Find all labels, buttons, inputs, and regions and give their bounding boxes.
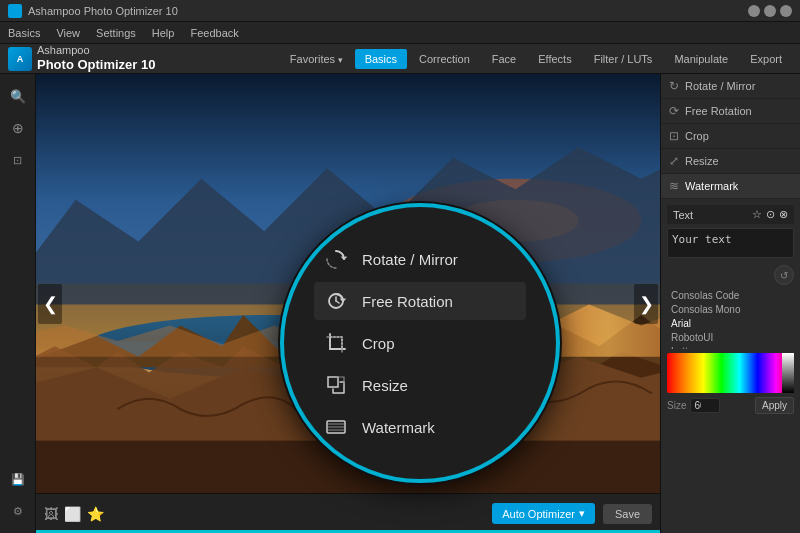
trash-icon[interactable]: ⊗ bbox=[779, 208, 788, 221]
tab-favorites[interactable]: Favorites bbox=[280, 49, 353, 69]
menu-settings[interactable]: Settings bbox=[96, 27, 136, 39]
zoom-menu: Rotate / Mirror Free Rotation bbox=[284, 207, 556, 479]
zoom-item-resize[interactable]: Resize bbox=[314, 366, 526, 404]
panel-crop-label: Crop bbox=[685, 130, 709, 142]
app-name-line1: Ashampoo bbox=[37, 44, 155, 57]
app-name: Ashampoo Photo Optimizer 10 bbox=[37, 44, 155, 73]
zoom-item-watermark[interactable]: Watermark bbox=[314, 408, 526, 446]
panel-rotate-icon: ↻ bbox=[669, 79, 679, 93]
canvas-area: Your text ❮ ❯ 🖼 ⬜ ⭐ Auto Optimizer ▾ Sav… bbox=[36, 74, 660, 533]
bottom-icon-image[interactable]: 🖼 bbox=[44, 506, 58, 522]
color-swatch[interactable] bbox=[667, 353, 794, 393]
save-button[interactable]: Save bbox=[603, 504, 652, 524]
size-row: Size Apply bbox=[667, 397, 794, 414]
apply-button[interactable]: Apply bbox=[755, 397, 794, 414]
panel-crop-icon: ⊡ bbox=[669, 129, 679, 143]
panel-watermark[interactable]: ≋ Watermark bbox=[661, 174, 800, 199]
zoom-circle-overlay: Rotate / Mirror Free Rotation bbox=[280, 203, 560, 483]
bottom-icon-copy[interactable]: ⬜ bbox=[64, 506, 81, 522]
app-logo bbox=[8, 4, 22, 18]
tool-save-small[interactable]: 💾 bbox=[4, 465, 32, 493]
copy-icon[interactable]: ⊙ bbox=[766, 208, 775, 221]
app-icon: A bbox=[8, 47, 32, 71]
auto-optimize-arrow: ▾ bbox=[579, 507, 585, 520]
tool-pointer[interactable]: ⊕ bbox=[4, 114, 32, 142]
bottom-icons: 🖼 ⬜ ⭐ bbox=[44, 506, 104, 522]
text-tool-header: Text ☆ ⊙ ⊗ bbox=[667, 205, 794, 224]
close-button[interactable] bbox=[780, 5, 792, 17]
text-tool-section: Text ☆ ⊙ ⊗ Your text ↺ Consolas Code Con… bbox=[661, 199, 800, 533]
font-list: Consolas Code Consolas Mono Arial Roboto… bbox=[667, 289, 794, 349]
title-bar: Ashampoo Photo Optimizer 10 bbox=[0, 0, 800, 22]
size-label: Size bbox=[667, 400, 686, 411]
top-nav: A Ashampoo Photo Optimizer 10 Favorites … bbox=[0, 44, 800, 74]
minimize-button[interactable] bbox=[748, 5, 760, 17]
zoom-item-free-rotation[interactable]: Free Rotation bbox=[314, 282, 526, 320]
free-rotation-label: Free Rotation bbox=[362, 293, 453, 310]
panel-watermark-label: Watermark bbox=[685, 180, 738, 192]
menu-view[interactable]: View bbox=[56, 27, 80, 39]
app-name-line2: Photo Optimizer 10 bbox=[37, 57, 155, 72]
rotate-text-button[interactable]: ↺ bbox=[774, 265, 794, 285]
maximize-button[interactable] bbox=[764, 5, 776, 17]
font-option-consolas-code[interactable]: Consolas Code bbox=[667, 289, 794, 302]
text-tool-icons: ☆ ⊙ ⊗ bbox=[752, 208, 788, 221]
svg-line-17 bbox=[336, 301, 339, 303]
menu-bar: Basics View Settings Help Feedback bbox=[0, 22, 800, 44]
zoom-item-rotate-mirror[interactable]: Rotate / Mirror bbox=[314, 240, 526, 278]
tool-settings-small[interactable]: ⚙ bbox=[4, 497, 32, 525]
app-logo-area: A Ashampoo Photo Optimizer 10 bbox=[8, 44, 155, 73]
font-option-letter[interactable]: Letter bbox=[667, 345, 794, 349]
tool-zoom-in[interactable]: 🔍 bbox=[4, 82, 32, 110]
rotate-mirror-icon bbox=[324, 248, 348, 270]
svg-rect-18 bbox=[330, 337, 342, 349]
panel-resize[interactable]: ⤢ Resize bbox=[661, 149, 800, 174]
svg-rect-19 bbox=[328, 377, 338, 387]
text-input[interactable]: Your text bbox=[667, 228, 794, 258]
watermark-icon bbox=[324, 416, 348, 438]
tab-effects[interactable]: Effects bbox=[528, 49, 581, 69]
auto-optimize-label: Auto Optimizer bbox=[502, 508, 575, 520]
tool-crop[interactable]: ⊡ bbox=[4, 146, 32, 174]
tab-face[interactable]: Face bbox=[482, 49, 526, 69]
text-tool-title: Text bbox=[673, 209, 693, 221]
resize-label: Resize bbox=[362, 377, 408, 394]
resize-icon bbox=[324, 374, 348, 396]
left-toolbar: 🔍 ⊕ ⊡ 💾 ⚙ bbox=[0, 74, 36, 533]
main-content: 🔍 ⊕ ⊡ 💾 ⚙ bbox=[0, 74, 800, 533]
watermark-label: Watermark bbox=[362, 419, 435, 436]
nav-arrow-right[interactable]: ❯ bbox=[634, 284, 658, 324]
panel-free-rotation[interactable]: ⟳ Free Rotation bbox=[661, 99, 800, 124]
crop-label: Crop bbox=[362, 335, 395, 352]
panel-crop[interactable]: ⊡ Crop bbox=[661, 124, 800, 149]
panel-rotate-mirror[interactable]: ↻ Rotate / Mirror bbox=[661, 74, 800, 99]
font-option-robotoui[interactable]: RobotoUI bbox=[667, 331, 794, 344]
star-icon[interactable]: ☆ bbox=[752, 208, 762, 221]
bottom-bar: 🖼 ⬜ ⭐ Auto Optimizer ▾ Save bbox=[36, 493, 660, 533]
right-panel: ↻ Rotate / Mirror ⟳ Free Rotation ⊡ Crop… bbox=[660, 74, 800, 533]
bottom-icon-star[interactable]: ⭐ bbox=[87, 506, 104, 522]
menu-help[interactable]: Help bbox=[152, 27, 175, 39]
menu-basics[interactable]: Basics bbox=[8, 27, 40, 39]
crop-icon bbox=[324, 332, 348, 354]
menu-feedback[interactable]: Feedback bbox=[190, 27, 238, 39]
panel-resize-icon: ⤢ bbox=[669, 154, 679, 168]
zoom-item-crop[interactable]: Crop bbox=[314, 324, 526, 362]
tab-basics[interactable]: Basics bbox=[355, 49, 407, 69]
panel-resize-label: Resize bbox=[685, 155, 719, 167]
size-input[interactable] bbox=[690, 398, 720, 413]
auto-optimize-button[interactable]: Auto Optimizer ▾ bbox=[492, 503, 595, 524]
tab-correction[interactable]: Correction bbox=[409, 49, 480, 69]
tab-manipulate[interactable]: Manipulate bbox=[664, 49, 738, 69]
font-option-arial[interactable]: Arial bbox=[667, 317, 794, 330]
panel-rotate-label: Rotate / Mirror bbox=[685, 80, 755, 92]
font-option-consolas-mono[interactable]: Consolas Mono bbox=[667, 303, 794, 316]
panel-watermark-icon: ≋ bbox=[669, 179, 679, 193]
panel-free-rotation-icon: ⟳ bbox=[669, 104, 679, 118]
rotate-mirror-label: Rotate / Mirror bbox=[362, 251, 458, 268]
tab-export[interactable]: Export bbox=[740, 49, 792, 69]
nav-tabs: Favorites Basics Correction Face Effects… bbox=[280, 49, 792, 69]
window-title: Ashampoo Photo Optimizer 10 bbox=[28, 5, 748, 17]
tab-filter-luts[interactable]: Filter / LUTs bbox=[584, 49, 663, 69]
nav-arrow-left[interactable]: ❮ bbox=[38, 284, 62, 324]
